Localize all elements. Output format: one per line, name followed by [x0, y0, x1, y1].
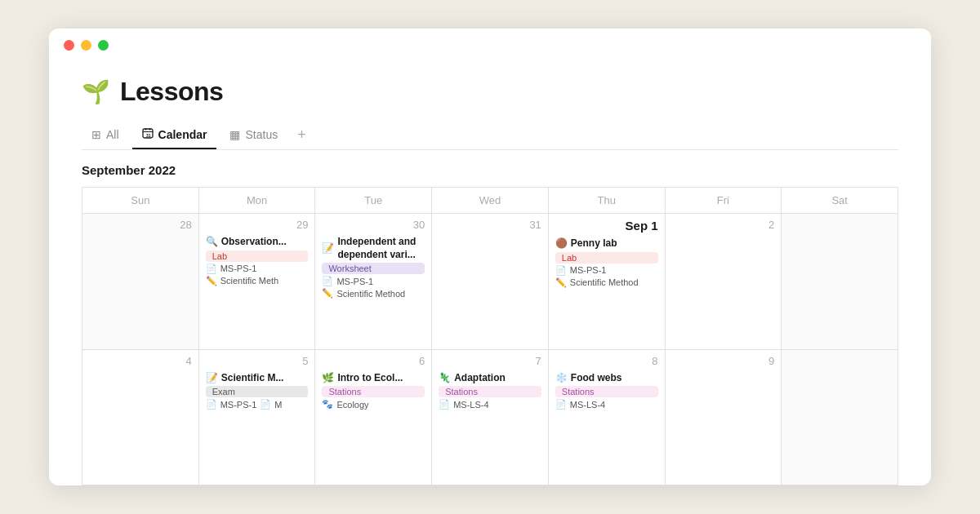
date-9: 9: [672, 355, 775, 367]
event-observation-title: 🔍 Observation...: [206, 236, 309, 249]
day-header-thu: Thu: [549, 188, 666, 214]
svg-text:31: 31: [146, 133, 151, 138]
cell-9: 9: [666, 350, 782, 486]
tab-status[interactable]: ▦ Status: [220, 122, 287, 149]
calendar-area: September 2022 Sun Mon Tue Wed Thu Fri S…: [82, 150, 898, 485]
badge-lab-1: Lab: [206, 250, 309, 262]
meta-independent-doc: 📄 MS-PS-1: [322, 276, 425, 286]
event-independent-title: 📝 Independent and dependent vari...: [322, 236, 425, 261]
tab-calendar[interactable]: 31 Calendar: [132, 121, 217, 149]
calendar-icon: 31: [142, 127, 154, 141]
page-header: 🌱 Lessons: [82, 62, 898, 120]
date-28: 28: [89, 219, 192, 231]
cell-28: 28: [82, 214, 199, 350]
main-content: 🌱 Lessons ⊞ All 31 Calendar: [49, 62, 931, 485]
badge-lab-2: Lab: [555, 252, 658, 264]
all-icon: ⊞: [91, 128, 101, 141]
tabs-bar: ⊞ All 31 Calendar ▦ Status: [82, 120, 898, 150]
day-header-tue: Tue: [315, 188, 432, 214]
cell-sat1: [782, 214, 898, 350]
tab-all-label: All: [106, 128, 119, 141]
tab-calendar-label: Calendar: [158, 128, 207, 141]
date-30: 30: [322, 219, 425, 231]
badge-stations-3: Stations: [555, 386, 658, 397]
meta-independent-tag: ✏️ Scientific Method: [322, 288, 425, 299]
event-independent[interactable]: 📝 Independent and dependent vari... Work…: [322, 236, 425, 299]
titlebar: [49, 29, 931, 62]
tab-all[interactable]: ⊞ All: [82, 122, 129, 149]
status-icon: ▦: [229, 128, 240, 141]
day-header-fri: Fri: [666, 188, 782, 214]
date-8: 8: [555, 355, 658, 367]
tab-status-label: Status: [245, 128, 278, 141]
fullscreen-button[interactable]: [98, 40, 109, 51]
page-title: Lessons: [120, 77, 223, 107]
meta-observation-tag: ✏️ Scientific Meth: [206, 276, 309, 286]
add-view-button[interactable]: +: [291, 120, 313, 150]
event-scientificm[interactable]: 📝 Scientific M... Exam 📄 MS-PS-1 📄 M: [206, 372, 309, 410]
cell-31: 31: [432, 214, 549, 350]
calendar-grid: 28 29 🔍 Observation... Lab 📄 MS-PS-1: [82, 214, 898, 485]
app-window: 🌱 Lessons ⊞ All 31 Calendar: [49, 29, 931, 485]
day-headers: Sun Mon Tue Wed Thu Fri Sat: [82, 187, 898, 214]
meta-scientificm-docs: 📄 MS-PS-1 📄 M: [206, 399, 309, 410]
event-scientificm-title: 📝 Scientific M...: [206, 372, 309, 385]
event-ecology[interactable]: 🌿 Intro to Ecol... Stations 🐾 Ecology: [322, 372, 425, 410]
meta-observation-doc: 📄 MS-PS-1: [206, 264, 309, 274]
month-label: September 2022: [82, 150, 898, 187]
close-button[interactable]: [64, 40, 74, 51]
date-sep1: Sep 1: [555, 219, 658, 233]
badge-exam-1: Exam: [206, 386, 309, 397]
cell-5: 5 📝 Scientific M... Exam 📄 MS-PS-1 📄 M: [199, 350, 316, 486]
meta-pennylab-doc: 📄 MS-PS-1: [555, 265, 658, 276]
day-header-sat: Sat: [782, 188, 898, 214]
meta-pennylab-tag: ✏️ Scientific Method: [555, 277, 658, 288]
meta-ecology-doc: 🐾 Ecology: [322, 399, 425, 410]
badge-stations-1: Stations: [322, 386, 425, 397]
date-29: 29: [206, 219, 309, 231]
cell-29: 29 🔍 Observation... Lab 📄 MS-PS-1 ✏️: [199, 214, 316, 350]
date-31: 31: [439, 219, 541, 231]
event-foodwebs[interactable]: ❄️ Food webs Stations 📄 MS-LS-4: [555, 372, 658, 410]
date-5: 5: [206, 355, 309, 367]
cell-sep1: Sep 1 🟤 Penny lab Lab 📄 MS-PS-1 ✏️: [549, 214, 666, 350]
event-pennylab[interactable]: 🟤 Penny lab Lab 📄 MS-PS-1 ✏️ Scientific …: [555, 237, 658, 288]
date-4: 4: [89, 355, 192, 367]
traffic-lights: [64, 40, 109, 51]
event-adaptation-title: 🦎 Adaptation: [439, 372, 541, 385]
date-2: 2: [672, 219, 775, 231]
cell-2: 2: [666, 214, 782, 350]
minimize-button[interactable]: [81, 40, 91, 51]
cell-4: 4: [82, 350, 199, 486]
event-adaptation[interactable]: 🦎 Adaptation Stations 📄 MS-LS-4: [439, 372, 541, 410]
event-pennylab-title: 🟤 Penny lab: [555, 237, 658, 250]
date-7: 7: [439, 355, 541, 367]
meta-adaptation-doc: 📄 MS-LS-4: [439, 399, 541, 410]
date-6: 6: [322, 355, 425, 367]
cell-sat2: [782, 350, 898, 486]
day-header-wed: Wed: [432, 188, 549, 214]
event-ecology-title: 🌿 Intro to Ecol...: [322, 372, 425, 385]
cell-6: 6 🌿 Intro to Ecol... Stations 🐾 Ecology: [315, 350, 432, 486]
event-foodwebs-title: ❄️ Food webs: [555, 372, 658, 385]
day-header-mon: Mon: [199, 188, 316, 214]
cell-7: 7 🦎 Adaptation Stations 📄 MS-LS-4: [432, 350, 549, 486]
badge-worksheet-1: Worksheet: [322, 263, 425, 274]
page-icon: 🌱: [82, 78, 110, 105]
day-header-sun: Sun: [82, 188, 199, 214]
event-observation[interactable]: 🔍 Observation... Lab 📄 MS-PS-1 ✏️ Scient…: [206, 236, 309, 286]
cell-8: 8 ❄️ Food webs Stations 📄 MS-LS-4: [549, 350, 666, 486]
meta-foodwebs-doc: 📄 MS-LS-4: [555, 399, 658, 410]
badge-stations-2: Stations: [439, 386, 541, 397]
cell-30: 30 📝 Independent and dependent vari... W…: [315, 214, 432, 350]
